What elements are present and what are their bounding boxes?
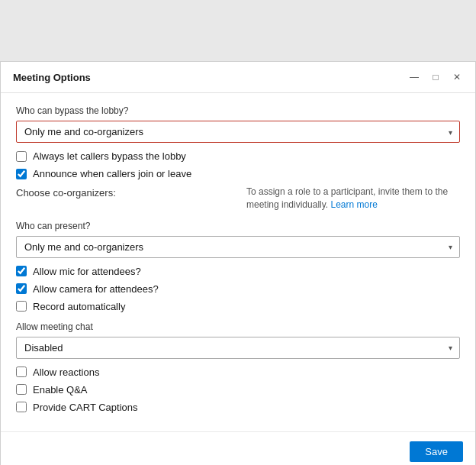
dialog-content: Who can bypass the lobby? Only me and co… — [1, 93, 475, 431]
record-checkbox[interactable] — [16, 301, 27, 312]
allow-mic-row: Allow mic for attendees? — [16, 266, 460, 277]
co-organizers-label: Choose co-organizers: — [16, 186, 116, 199]
lobby-dropdown[interactable]: Only me and co-organizers Everyone Peopl… — [16, 121, 460, 143]
allow-camera-row: Allow camera for attendees? — [16, 283, 460, 295]
provide-cart-label[interactable]: Provide CART Captions — [33, 402, 138, 413]
allow-mic-label[interactable]: Allow mic for attendees? — [33, 266, 141, 277]
lobby-label: Who can bypass the lobby? — [16, 105, 460, 116]
dialog-title: Meeting Options — [13, 72, 91, 83]
enable-qa-checkbox[interactable] — [16, 384, 27, 395]
always-bypass-checkbox[interactable] — [16, 151, 27, 162]
allow-reactions-label[interactable]: Allow reactions — [33, 367, 99, 378]
chat-dropdown-wrapper: Disabled Enabled In meeting only ▾ — [16, 337, 460, 359]
minimize-button[interactable]: — — [405, 68, 423, 86]
enable-qa-label[interactable]: Enable Q&A — [33, 384, 88, 396]
save-button[interactable]: Save — [410, 441, 463, 462]
titlebar-controls: — □ ✕ — [405, 68, 466, 86]
co-organizers-row: Choose co-organizers: To assign a role t… — [16, 186, 460, 212]
provide-cart-checkbox[interactable] — [16, 402, 27, 412]
allow-reactions-checkbox[interactable] — [16, 367, 27, 377]
record-label[interactable]: Record automatically — [33, 301, 125, 312]
always-bypass-label[interactable]: Always let callers bypass the lobby — [33, 150, 186, 162]
announce-checkbox[interactable] — [16, 169, 27, 179]
top-bar — [0, 0, 476, 61]
chat-dropdown[interactable]: Disabled Enabled In meeting only — [16, 337, 460, 359]
allow-camera-label[interactable]: Allow camera for attendees? — [33, 283, 159, 295]
lobby-dropdown-wrapper: Only me and co-organizers Everyone Peopl… — [16, 121, 460, 143]
maximize-button[interactable]: □ — [426, 68, 445, 86]
dialog-footer: Save — [1, 431, 475, 465]
who-present-label: Who can present? — [16, 221, 460, 231]
provide-cart-row: Provide CART Captions — [16, 402, 460, 413]
close-button[interactable]: ✕ — [448, 68, 466, 86]
allow-chat-label: Allow meeting chat — [16, 321, 460, 332]
learn-more-link[interactable]: Learn more — [331, 199, 378, 210]
allow-reactions-row: Allow reactions — [16, 367, 460, 378]
enable-qa-row: Enable Q&A — [16, 384, 460, 396]
always-bypass-row: Always let callers bypass the lobby — [16, 150, 460, 162]
present-dropdown-wrapper: Only me and co-organizers Everyone Speci… — [16, 236, 460, 258]
dialog: Meeting Options — □ ✕ Who can bypass the… — [0, 61, 476, 465]
allow-mic-checkbox[interactable] — [16, 266, 27, 276]
co-organizers-hint: To assign a role to a participant, invit… — [246, 186, 460, 212]
announce-row: Announce when callers join or leave — [16, 168, 460, 179]
present-dropdown[interactable]: Only me and co-organizers Everyone Speci… — [16, 236, 460, 258]
allow-camera-checkbox[interactable] — [16, 283, 27, 294]
dialog-titlebar: Meeting Options — □ ✕ — [1, 62, 475, 93]
record-row: Record automatically — [16, 301, 460, 312]
announce-label[interactable]: Announce when callers join or leave — [33, 168, 191, 179]
